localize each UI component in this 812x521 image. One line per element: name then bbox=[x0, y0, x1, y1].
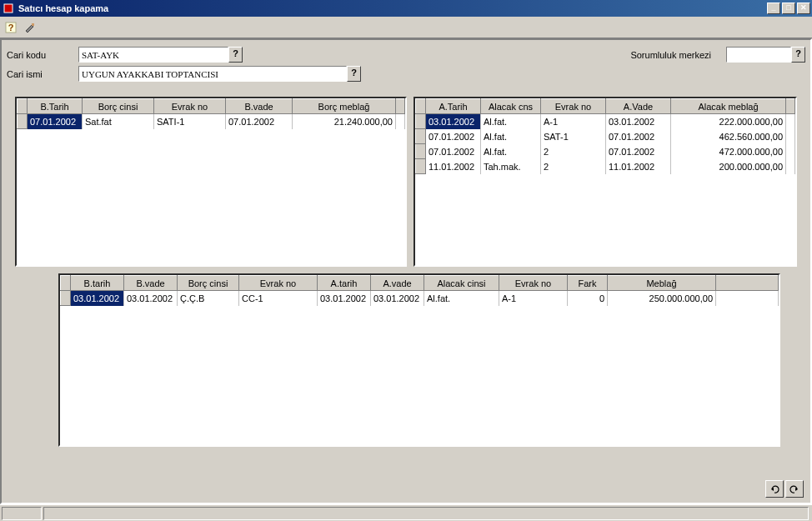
table-row[interactable]: 07.01.2002Sat.fatSATI-107.01.200221.240.… bbox=[18, 114, 405, 129]
row-handle[interactable] bbox=[416, 129, 426, 144]
match-col-bcins[interactable]: Borç cinsi bbox=[178, 276, 239, 291]
cell-evrak[interactable]: SATI-1 bbox=[154, 114, 226, 129]
cell-bvade[interactable]: 03.01.2002 bbox=[124, 291, 178, 306]
cell-evrak[interactable]: 2 bbox=[541, 159, 606, 174]
row-handle[interactable] bbox=[416, 159, 426, 174]
cell-cins[interactable]: Al.fat. bbox=[481, 114, 541, 129]
cell-acins[interactable]: Al.fat. bbox=[424, 291, 499, 306]
cell-tarih[interactable]: 11.01.2002 bbox=[426, 159, 481, 174]
row-handle[interactable] bbox=[18, 114, 28, 129]
cari-kodu-input[interactable] bbox=[78, 47, 228, 63]
cell-tarih[interactable]: 07.01.2002 bbox=[426, 144, 481, 159]
cell-meblag[interactable]: 222.000.000,00 bbox=[671, 114, 786, 129]
borc-grid[interactable]: B.Tarih Borç cinsi Evrak no B.vade Borç … bbox=[15, 97, 407, 267]
table-row[interactable]: 03.01.2002Al.fat.A-103.01.2002222.000.00… bbox=[416, 114, 795, 129]
svg-rect-3 bbox=[32, 23, 34, 26]
cell-vade[interactable]: 07.01.2002 bbox=[226, 114, 293, 129]
alacak-col-tarih[interactable]: A.Tarih bbox=[426, 99, 481, 114]
match-col-avade[interactable]: A.vade bbox=[371, 276, 424, 291]
table-row[interactable]: 11.01.2002Tah.mak.211.01.2002200.000.000… bbox=[416, 159, 795, 174]
match-col-meblag[interactable]: Meblağ bbox=[608, 276, 716, 291]
match-col-spacer bbox=[716, 276, 779, 291]
row-handle[interactable] bbox=[61, 291, 71, 306]
alacak-col-meblag[interactable]: Alacak meblağ bbox=[671, 99, 786, 114]
status-cell-1 bbox=[2, 507, 42, 520]
sorumluluk-label: Sorumluluk merkezi bbox=[630, 50, 711, 60]
match-col-aevrak[interactable]: Evrak no bbox=[499, 276, 568, 291]
tool-button-2[interactable] bbox=[21, 18, 39, 36]
row-handle-header bbox=[18, 99, 28, 114]
help-button[interactable]: ? bbox=[2, 18, 20, 36]
borc-col-spacer bbox=[396, 99, 405, 114]
alacak-col-spacer bbox=[786, 99, 795, 114]
cell-meblag[interactable]: 200.000.000,00 bbox=[671, 159, 786, 174]
table-row[interactable]: 03.01.200203.01.2002Ç.Ç.BCC-103.01.20020… bbox=[61, 291, 779, 306]
cell-vade[interactable]: 11.01.2002 bbox=[606, 159, 671, 174]
table-row[interactable]: 07.01.2002Al.fat.SAT-107.01.2002462.560.… bbox=[416, 129, 795, 144]
cell-meblag[interactable]: 21.240.000,00 bbox=[293, 114, 396, 129]
cell-fark[interactable]: 0 bbox=[568, 291, 608, 306]
cell-vade[interactable]: 07.01.2002 bbox=[606, 144, 671, 159]
cell-tarih[interactable]: 07.01.2002 bbox=[426, 129, 481, 144]
cari-ismi-label: Cari ismi bbox=[7, 69, 78, 79]
cell-evrak[interactable]: A-1 bbox=[541, 114, 606, 129]
cell-bcins[interactable]: Ç.Ç.B bbox=[178, 291, 239, 306]
match-col-acins[interactable]: Alacak cinsi bbox=[424, 276, 499, 291]
row-handle[interactable] bbox=[416, 114, 426, 129]
cell-vade[interactable]: 07.01.2002 bbox=[606, 129, 671, 144]
cell-cins[interactable]: Sat.fat bbox=[83, 114, 154, 129]
match-col-bevrak[interactable]: Evrak no bbox=[239, 276, 318, 291]
match-col-fark[interactable]: Fark bbox=[568, 276, 608, 291]
borc-col-cins[interactable]: Borç cinsi bbox=[83, 99, 154, 114]
statusbar bbox=[0, 504, 812, 521]
cell-cins[interactable]: Tah.mak. bbox=[481, 159, 541, 174]
borc-col-tarih[interactable]: B.Tarih bbox=[28, 99, 83, 114]
svg-rect-0 bbox=[4, 4, 13, 13]
minimize-button[interactable]: _ bbox=[767, 3, 780, 14]
borc-col-evrak[interactable]: Evrak no bbox=[154, 99, 226, 114]
cell-btarih[interactable]: 03.01.2002 bbox=[71, 291, 124, 306]
undo-button[interactable] bbox=[765, 480, 784, 498]
titlebar: Satıcı hesap kapama _ □ ✕ bbox=[0, 0, 812, 17]
match-grid[interactable]: B.tarih B.vade Borç cinsi Evrak no A.tar… bbox=[58, 273, 780, 447]
window-title: Satıcı hesap kapama bbox=[18, 3, 767, 13]
cell-cins[interactable]: Al.fat. bbox=[481, 144, 541, 159]
match-col-atarih[interactable]: A.tarih bbox=[318, 276, 371, 291]
alacak-col-cins[interactable]: Alacak cns bbox=[481, 99, 541, 114]
cari-ismi-lookup-button[interactable]: ? bbox=[347, 66, 361, 82]
sorumluluk-lookup-button[interactable]: ? bbox=[791, 47, 805, 63]
cell-meblag[interactable]: 250.000.000,00 bbox=[608, 291, 716, 306]
match-col-bvade[interactable]: B.vade bbox=[124, 276, 178, 291]
cell-tarih[interactable]: 07.01.2002 bbox=[28, 114, 83, 129]
table-row[interactable]: 07.01.2002Al.fat.207.01.2002472.000.000,… bbox=[416, 144, 795, 159]
cell-atarih[interactable]: 03.01.2002 bbox=[318, 291, 371, 306]
alacak-grid[interactable]: A.Tarih Alacak cns Evrak no A.Vade Alaca… bbox=[414, 97, 797, 267]
sorumluluk-input[interactable] bbox=[726, 47, 791, 63]
toolbar: ? bbox=[0, 17, 812, 38]
row-handle-header bbox=[61, 276, 71, 291]
alacak-col-evrak[interactable]: Evrak no bbox=[541, 99, 606, 114]
cell-evrak[interactable]: 2 bbox=[541, 144, 606, 159]
maximize-button[interactable]: □ bbox=[782, 3, 795, 14]
redo-button[interactable] bbox=[785, 480, 804, 498]
cell-meblag[interactable]: 472.000.000,00 bbox=[671, 144, 786, 159]
cari-ismi-input[interactable] bbox=[78, 66, 347, 82]
cell-avade[interactable]: 03.01.2002 bbox=[371, 291, 424, 306]
alacak-col-vade[interactable]: A.Vade bbox=[606, 99, 671, 114]
borc-col-meblag[interactable]: Borç meblağ bbox=[293, 99, 396, 114]
main-content: Cari kodu ? Sorumluluk merkezi ? Cari is… bbox=[0, 38, 812, 504]
cell-cins[interactable]: Al.fat. bbox=[481, 129, 541, 144]
borc-col-vade[interactable]: B.vade bbox=[226, 99, 293, 114]
cell-bevrak[interactable]: CC-1 bbox=[239, 291, 318, 306]
cell-evrak[interactable]: SAT-1 bbox=[541, 129, 606, 144]
cell-vade[interactable]: 03.01.2002 bbox=[606, 114, 671, 129]
cari-kodu-label: Cari kodu bbox=[7, 50, 78, 60]
cell-meblag[interactable]: 462.560.000,00 bbox=[671, 129, 786, 144]
cell-tarih[interactable]: 03.01.2002 bbox=[426, 114, 481, 129]
row-handle[interactable] bbox=[416, 144, 426, 159]
cari-kodu-lookup-button[interactable]: ? bbox=[228, 47, 243, 63]
close-button[interactable]: ✕ bbox=[797, 3, 810, 14]
app-icon bbox=[2, 2, 15, 15]
cell-aevrak[interactable]: A-1 bbox=[499, 291, 568, 306]
match-col-btarih[interactable]: B.tarih bbox=[71, 276, 124, 291]
